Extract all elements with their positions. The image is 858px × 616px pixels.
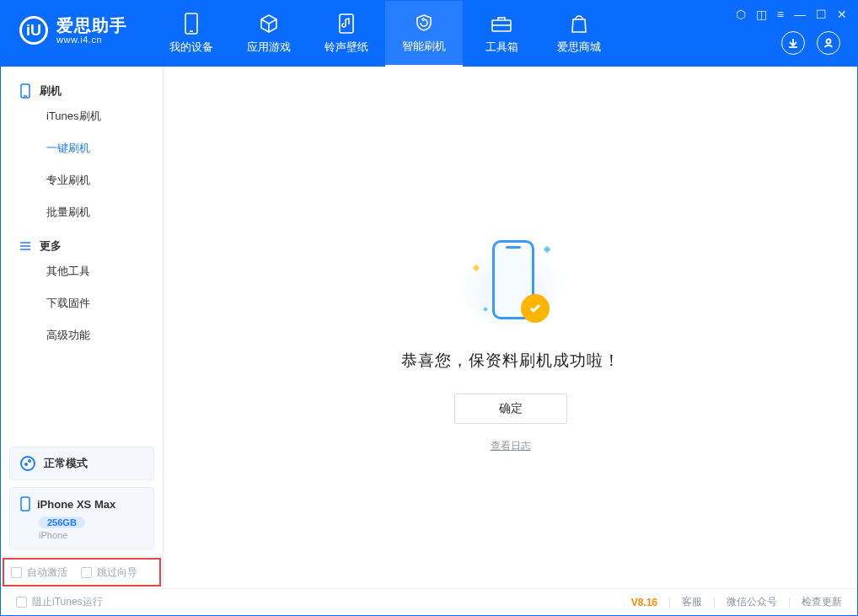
maximize-icon[interactable]: ☐	[816, 8, 827, 21]
header-actions	[781, 31, 840, 55]
minimize-icon[interactable]: —	[794, 8, 806, 21]
shirt-icon[interactable]: ⬡	[736, 8, 746, 21]
section-label: 刷机	[40, 83, 62, 99]
checkbox-label: 阻止iTunes运行	[32, 595, 103, 609]
app-header: iU 爱思助手 www.i4.cn 我的设备 应用游戏 铃声壁纸 智能刷机 工具…	[1, 1, 857, 67]
device-mode-card[interactable]: 正常模式	[9, 447, 154, 480]
check-badge-icon	[521, 294, 550, 323]
ok-button[interactable]: 确定	[454, 394, 567, 424]
nav-label: 爱思商城	[557, 40, 601, 55]
app-title: 爱思助手	[56, 16, 127, 35]
footer-link-update[interactable]: 检查更新	[802, 595, 842, 609]
main-nav: 我的设备 应用游戏 铃声壁纸 智能刷机 工具箱 爱思商城	[153, 1, 618, 67]
device-name: iPhone XS Max	[37, 498, 115, 511]
divider	[669, 597, 670, 608]
nav-apps[interactable]: 应用游戏	[230, 1, 308, 67]
checkbox-label: 自动激活	[27, 565, 67, 580]
device-card[interactable]: iPhone XS Max 256GB iPhone	[9, 487, 154, 549]
svg-rect-3	[340, 14, 353, 33]
sidebar-item-batch-flash[interactable]: 批量刷机	[1, 196, 163, 228]
menu-icon[interactable]: ≡	[777, 8, 784, 21]
footer-link-wechat[interactable]: 微信公众号	[727, 595, 777, 609]
nav-toolbox[interactable]: 工具箱	[463, 1, 540, 67]
nav-label: 应用游戏	[247, 40, 291, 55]
window-controls: ⬡ ◫ ≡ — ☐ ✕	[736, 8, 847, 21]
close-icon[interactable]: ✕	[837, 8, 847, 21]
app-subtitle: www.i4.cn	[56, 35, 127, 45]
checkbox-icon	[11, 567, 22, 578]
sidebar-item-oneclick-flash[interactable]: 一键刷机	[1, 132, 163, 164]
download-button[interactable]	[781, 31, 805, 55]
svg-rect-13	[21, 497, 29, 511]
sidebar-item-download-firmware[interactable]: 下载固件	[1, 287, 163, 319]
split-icon[interactable]: ◫	[756, 8, 767, 21]
checkbox-label: 跳过向导	[97, 565, 137, 580]
success-illustration	[460, 235, 561, 328]
main-content: 恭喜您，保资料刷机成功啦！ 确定 查看日志	[164, 67, 857, 588]
view-log-link[interactable]: 查看日志	[491, 439, 531, 453]
device-capacity: 256GB	[39, 517, 85, 528]
checkbox-icon	[81, 567, 92, 578]
sidebar-item-itunes-flash[interactable]: iTunes刷机	[1, 100, 163, 132]
footer-right: V8.16 客服 微信公众号 检查更新	[631, 595, 842, 609]
footer-link-support[interactable]: 客服	[682, 595, 702, 609]
nav-store[interactable]: 爱思商城	[540, 1, 618, 67]
divider	[714, 597, 715, 608]
phone-icon	[20, 496, 30, 512]
logo: iU 爱思助手 www.i4.cn	[1, 1, 144, 45]
app-body: 刷机 iTunes刷机 一键刷机 专业刷机 批量刷机 更多 其他工具 下载固件 …	[1, 67, 857, 588]
nav-label: 我的设备	[169, 40, 213, 55]
nav-flash[interactable]: 智能刷机	[385, 1, 463, 67]
refresh-shield-icon	[413, 12, 435, 34]
list-icon	[19, 240, 31, 252]
bag-icon	[568, 13, 590, 35]
mode-label: 正常模式	[44, 456, 88, 471]
nav-my-device[interactable]: 我的设备	[153, 1, 230, 67]
checkbox-auto-activate[interactable]: 自动激活	[11, 565, 67, 580]
sidebar-item-other-tools[interactable]: 其他工具	[1, 255, 163, 287]
svg-point-7	[827, 40, 831, 44]
logo-text: 爱思助手 www.i4.cn	[56, 16, 127, 45]
sidebar: 刷机 iTunes刷机 一键刷机 专业刷机 批量刷机 更多 其他工具 下载固件 …	[1, 67, 164, 588]
checkbox-skip-guide[interactable]: 跳过向导	[81, 565, 137, 580]
mode-icon	[20, 456, 35, 471]
success-panel: 恭喜您，保资料刷机成功啦！ 确定 查看日志	[164, 235, 857, 453]
sidebar-section-more: 更多	[1, 228, 163, 255]
nav-label: 铃声壁纸	[324, 40, 368, 55]
nav-ringtones[interactable]: 铃声壁纸	[308, 1, 385, 67]
sidebar-item-pro-flash[interactable]: 专业刷机	[1, 164, 163, 196]
sidebar-bottom-options: 自动激活 跳过向导	[1, 556, 163, 588]
logo-icon: iU	[19, 16, 48, 45]
device-icon	[180, 13, 202, 35]
device-name-row: iPhone XS Max	[20, 496, 143, 512]
music-file-icon	[335, 13, 357, 35]
sidebar-section-flash: 刷机	[1, 73, 163, 100]
device-type: iPhone	[39, 530, 143, 540]
footer-left: 阻止iTunes运行	[16, 595, 103, 609]
nav-label: 智能刷机	[402, 39, 446, 54]
account-button[interactable]	[817, 31, 840, 55]
checkbox-block-itunes[interactable]: 阻止iTunes运行	[16, 595, 103, 609]
checkbox-icon	[16, 597, 27, 608]
section-label: 更多	[40, 238, 62, 254]
toolbox-icon	[491, 13, 512, 35]
success-message: 恭喜您，保资料刷机成功啦！	[401, 350, 620, 372]
status-bar: 阻止iTunes运行 V8.16 客服 微信公众号 检查更新	[1, 588, 857, 615]
cube-icon	[258, 13, 280, 35]
nav-label: 工具箱	[485, 40, 518, 55]
sidebar-scroll: 刷机 iTunes刷机 一键刷机 专业刷机 批量刷机 更多 其他工具 下载固件 …	[1, 67, 163, 447]
sidebar-item-advanced[interactable]: 高级功能	[1, 319, 163, 351]
phone-icon	[19, 83, 31, 99]
version-label: V8.16	[631, 597, 657, 608]
divider	[789, 597, 790, 608]
